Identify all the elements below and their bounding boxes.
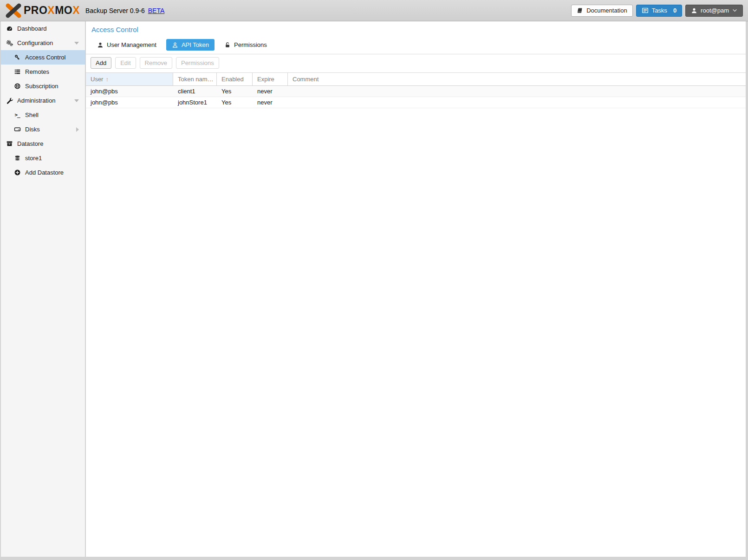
- tab-label: Permissions: [234, 41, 267, 48]
- column-label: Expire: [257, 73, 274, 85]
- column-label: Comment: [293, 73, 319, 85]
- collapse-arrow-icon[interactable]: [74, 42, 79, 45]
- sidebar-item-remotes[interactable]: Remotes: [1, 65, 85, 79]
- column-header-token-name[interactable]: Token nam…: [173, 73, 217, 85]
- sidebar-item-store1[interactable]: store1: [1, 151, 85, 165]
- user-menu-label: root@pam: [701, 7, 729, 14]
- sidebar-item-label: Administration: [17, 97, 55, 104]
- sidebar-item-label: Disks: [25, 126, 40, 133]
- tab-permissions[interactable]: Permissions: [219, 39, 273, 51]
- sidebar-item-label: Datastore: [17, 140, 43, 147]
- cell-comment: [288, 86, 746, 97]
- panel-header: Access Control User Management API To: [86, 21, 746, 54]
- column-header-comment[interactable]: Comment: [288, 73, 746, 85]
- sidebar-item-label: store1: [25, 155, 42, 162]
- column-label: Token nam…: [178, 73, 214, 85]
- wrench-icon: [6, 97, 13, 104]
- api-token-table: User ↑ Token nam… Enabled Expire Comment…: [86, 72, 746, 557]
- user-solid-icon: [97, 42, 104, 48]
- sidebar-item-label: Configuration: [17, 39, 53, 46]
- cell-comment: [288, 97, 746, 108]
- documentation-label: Documentation: [586, 7, 627, 14]
- life-ring-icon: [13, 83, 21, 90]
- chevron-down-icon: [732, 8, 737, 13]
- task-list-icon: [642, 7, 649, 14]
- key-icon: [13, 54, 21, 61]
- column-header-expire[interactable]: Expire: [253, 73, 288, 85]
- tab-label: API Token: [182, 41, 209, 48]
- user-menu-button[interactable]: root@pam: [685, 5, 743, 17]
- sidebar-item-administration[interactable]: Administration: [1, 93, 85, 108]
- user-icon: [691, 7, 697, 14]
- cell-user: john@pbs: [86, 86, 173, 97]
- cell-user: john@pbs: [86, 97, 173, 108]
- gears-icon: [6, 39, 13, 46]
- sort-ascending-icon: ↑: [105, 73, 109, 85]
- column-header-enabled[interactable]: Enabled: [217, 73, 253, 85]
- grid-toolbar: Add Edit Remove Permissions: [86, 54, 746, 72]
- sidebar-item-label: Access Control: [25, 54, 65, 61]
- sidebar-item-label: Shell: [25, 111, 39, 118]
- documentation-button[interactable]: Documentation: [571, 5, 632, 17]
- tab-bar: User Management API Token: [91, 39, 740, 54]
- sidebar-item-label: Subscription: [25, 83, 59, 90]
- proxmox-x-icon: [5, 3, 22, 18]
- archive-box-icon: [6, 140, 13, 147]
- collapse-arrow-icon[interactable]: [74, 99, 79, 102]
- cell-enabled: Yes: [217, 97, 253, 108]
- sidebar-item-access-control[interactable]: Access Control: [1, 50, 85, 65]
- cell-expire: never: [253, 97, 288, 108]
- cell-token-name: client1: [173, 86, 217, 97]
- tab-user-management[interactable]: User Management: [91, 39, 162, 51]
- cell-token-name: johnStore1: [173, 97, 217, 108]
- sidebar-item-label: Add Datastore: [25, 169, 64, 176]
- terminal-icon: >_: [13, 112, 21, 118]
- cell-expire: never: [253, 86, 288, 97]
- sidebar-item-configuration[interactable]: Configuration: [1, 36, 85, 50]
- column-label: Enabled: [221, 73, 244, 85]
- beta-link[interactable]: BETA: [148, 7, 165, 14]
- add-button[interactable]: Add: [91, 57, 111, 69]
- cell-enabled: Yes: [217, 86, 253, 97]
- proxmox-logo: PROXMOX: [5, 3, 80, 18]
- user-outline-icon: [172, 42, 178, 48]
- permissions-button[interactable]: Permissions: [176, 57, 219, 69]
- sidebar-item-dashboard[interactable]: Dashboard: [1, 21, 85, 36]
- table-header-row: User ↑ Token nam… Enabled Expire Comment: [86, 73, 746, 86]
- sidebar-item-disks[interactable]: Disks: [1, 122, 85, 137]
- brand-wordmark: PROXMOX: [24, 4, 80, 17]
- tab-label: User Management: [107, 41, 156, 48]
- product-subtitle: Backup Server 0.9-6: [85, 7, 145, 14]
- tasks-count-badge: 0: [673, 7, 676, 14]
- table-row[interactable]: john@pbs johnStore1 Yes never: [86, 97, 746, 108]
- sidebar-item-label: Remotes: [25, 68, 49, 75]
- edit-button[interactable]: Edit: [115, 57, 136, 69]
- server-list-icon: [13, 68, 21, 75]
- main-panel: Access Control User Management API To: [86, 21, 746, 557]
- sidebar-item-shell[interactable]: >_ Shell: [1, 108, 85, 122]
- column-label: User: [91, 73, 103, 85]
- tab-api-token[interactable]: API Token: [166, 39, 215, 51]
- hard-drive-icon: [13, 126, 21, 133]
- expand-arrow-icon[interactable]: [76, 127, 79, 132]
- sidebar-item-add-datastore[interactable]: Add Datastore: [1, 165, 85, 180]
- sidebar-item-datastore[interactable]: Datastore: [1, 137, 85, 151]
- sidebar: Dashboard Configuration Access: [1, 21, 85, 557]
- tasks-button[interactable]: Tasks 0: [636, 5, 682, 17]
- database-icon: [13, 155, 21, 162]
- plus-circle-icon: [13, 169, 21, 176]
- tasks-label: Tasks: [652, 7, 667, 14]
- column-header-user[interactable]: User ↑: [86, 73, 173, 85]
- table-row[interactable]: john@pbs client1 Yes never: [86, 86, 746, 97]
- sidebar-item-label: Dashboard: [17, 25, 47, 32]
- sidebar-item-subscription[interactable]: Subscription: [1, 79, 85, 93]
- unlock-icon: [224, 42, 231, 48]
- book-icon: [577, 7, 583, 14]
- dashboard-icon: [6, 25, 13, 32]
- remove-button[interactable]: Remove: [140, 57, 172, 69]
- app-header: PROXMOX Backup Server 0.9-6 BETA Documen…: [0, 0, 748, 21]
- page-title: Access Control: [91, 26, 740, 33]
